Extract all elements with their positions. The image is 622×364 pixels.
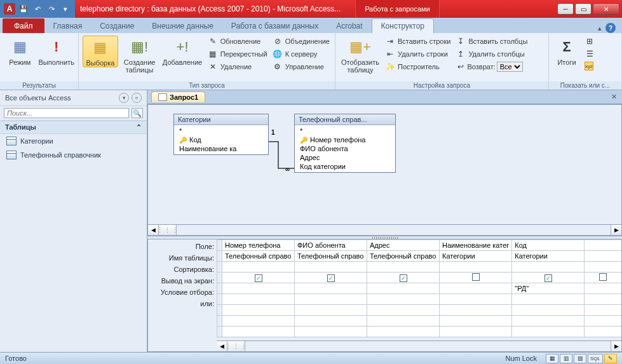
params-button[interactable]: ⊞ (583, 36, 596, 47)
update-button[interactable]: ✎Обновление (206, 36, 269, 47)
grid-cell[interactable] (512, 305, 585, 316)
tab-acrobat[interactable]: Acrobat (327, 19, 371, 33)
field-star[interactable]: * (174, 126, 268, 135)
grid-cell[interactable] (222, 305, 295, 316)
grid-cell[interactable] (295, 305, 367, 316)
view-pivot-button[interactable]: ▥ (560, 354, 572, 363)
grid-cell[interactable]: ФИО абонента (295, 240, 367, 251)
grid-cell[interactable]: "РД" (512, 283, 585, 294)
view-sql-button[interactable]: SQL (588, 354, 603, 363)
tablenames-button[interactable]: xyz (583, 61, 596, 71)
tab-external[interactable]: Внешние данные (143, 19, 222, 33)
union-button[interactable]: ⊘Объединение (271, 36, 331, 47)
propsheet-button[interactable]: ☰ (583, 48, 596, 60)
grid-cell[interactable]: Номер телефона (222, 240, 295, 251)
grid-cell[interactable] (440, 305, 512, 316)
grid-cell[interactable] (367, 294, 440, 305)
field-key[interactable]: 🔑Код (174, 135, 268, 144)
minimize-button[interactable]: ─ (557, 3, 574, 15)
grid-cell[interactable] (512, 294, 585, 305)
field-star[interactable]: * (295, 126, 395, 135)
grid-cell[interactable] (367, 262, 440, 273)
designer-hscroll[interactable]: ◀ ⋮⋮⋮ ▶ (147, 225, 622, 236)
delete-rows-button[interactable]: ⇤Удалить строки (384, 48, 452, 60)
nav-search-input[interactable] (4, 108, 129, 118)
nav-item-categories[interactable]: Категории (0, 134, 147, 148)
grid-cell[interactable]: ✓ (512, 273, 585, 283)
view-datasheet-button[interactable]: ▦ (546, 354, 558, 363)
ribbon-minimize-icon[interactable]: ▴ (598, 24, 602, 32)
datadef-button[interactable]: ⚙Управление (271, 61, 331, 72)
view-design-button[interactable]: ✎ (604, 354, 617, 363)
insert-cols-button[interactable]: ↧Вставить столбцы (454, 36, 529, 47)
tab-file[interactable]: Файл (3, 18, 44, 33)
close-button[interactable]: ✕ (593, 3, 619, 15)
maketable-button[interactable]: ▦! Создание таблицы (121, 36, 159, 74)
redo-icon[interactable]: ↷ (46, 3, 57, 15)
grid-cell[interactable] (512, 327, 585, 337)
grid-cell[interactable]: Категории (512, 251, 585, 262)
grid-cell[interactable] (512, 316, 585, 327)
insert-rows-button[interactable]: ⇥Вставить строки (384, 36, 452, 47)
grid-cell[interactable] (222, 283, 295, 294)
grid-cell[interactable] (440, 327, 512, 337)
scroll-thumb[interactable]: ⋮⋮⋮ (159, 225, 177, 235)
return-rows[interactable]: ↩Возврат: Все (454, 61, 529, 72)
nav-collapse-icon[interactable]: « (132, 93, 142, 103)
grid-cell[interactable]: Телефонный справо (367, 251, 440, 262)
grid-cell[interactable] (295, 316, 367, 327)
nav-group-tables[interactable]: Таблицы (5, 123, 36, 131)
scroll-right-icon[interactable]: ▶ (611, 225, 621, 235)
crosstab-button[interactable]: ▦Перекрестный (206, 48, 269, 60)
grid-cell[interactable] (440, 262, 512, 273)
grid-cell[interactable]: Категории (440, 251, 512, 262)
nav-title[interactable]: Все объекты Access (5, 94, 71, 102)
designer-table-categories[interactable]: Категории * 🔑Код Наименование ка (173, 114, 269, 155)
query-grid[interactable]: Номер телефонаФИО абонентаАдресНаименова… (217, 239, 621, 351)
nav-dropdown-icon[interactable]: ▾ (119, 93, 129, 103)
grid-cell[interactable]: Адрес (367, 240, 440, 251)
field-item[interactable]: Адрес (295, 153, 395, 162)
grid-cell[interactable]: Код (512, 240, 585, 251)
view-chart-button[interactable]: ▧ (574, 354, 586, 363)
designer-table-directory[interactable]: Телефонный справ... * 🔑Номер телефона ФИ… (294, 114, 396, 173)
grid-cell[interactable] (367, 316, 440, 327)
maximize-button[interactable]: ▭ (575, 3, 592, 15)
grid-cell[interactable] (367, 283, 440, 294)
help-icon[interactable]: ? (605, 23, 616, 33)
grid-cell[interactable] (222, 316, 295, 327)
grid-cell[interactable] (367, 305, 440, 316)
grid-cell[interactable] (367, 327, 440, 337)
grid-cell[interactable] (222, 294, 295, 305)
view-button[interactable]: ▦ Режим (4, 36, 36, 66)
tab-create[interactable]: Создание (91, 19, 143, 33)
grid-cell[interactable]: ✓ (367, 273, 440, 283)
showtable-button[interactable]: ▦+ Отобразить таблицу (339, 36, 381, 74)
grid-cell[interactable] (295, 262, 367, 273)
collapse-group-icon[interactable]: ⌃ (136, 123, 142, 131)
grid-cell[interactable] (512, 262, 585, 273)
search-icon[interactable]: 🔍 (132, 108, 143, 118)
delete-cols-button[interactable]: ↥Удалить столбцы (454, 48, 529, 60)
document-tab[interactable]: Запрос1 (151, 91, 205, 102)
query-designer[interactable]: Категории * 🔑Код Наименование ка Телефон… (147, 104, 622, 225)
qat-dropdown-icon[interactable]: ▾ (60, 3, 71, 15)
grid-cell[interactable] (295, 327, 367, 337)
field-item[interactable]: ФИО абонента (295, 144, 395, 153)
grid-cell[interactable] (440, 273, 512, 283)
grid-cell[interactable]: Наименование катег (440, 240, 512, 251)
select-query-button[interactable]: ▦ Выборка (83, 36, 118, 67)
tab-designer[interactable]: Конструктор (372, 18, 434, 33)
grid-cell[interactable]: ✓ (222, 273, 295, 283)
grid-scroll-right-icon[interactable]: ▶ (611, 341, 621, 351)
totals-button[interactable]: Σ Итоги (553, 36, 581, 66)
grid-cell[interactable]: Телефонный справо (222, 251, 295, 262)
grid-cell[interactable] (222, 262, 295, 273)
grid-cell[interactable] (295, 283, 367, 294)
grid-cell[interactable] (295, 294, 367, 305)
save-icon[interactable]: 💾 (18, 3, 29, 15)
document-close-button[interactable]: ✕ (608, 92, 619, 102)
delete-button[interactable]: ✕Удаление (206, 61, 269, 72)
nav-item-directory[interactable]: Телефонный справочник (0, 148, 147, 162)
field-key[interactable]: 🔑Номер телефона (295, 135, 395, 144)
